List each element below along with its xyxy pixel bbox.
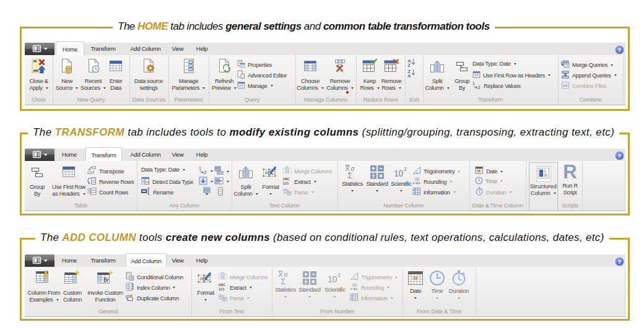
svg-text:A: A: [407, 73, 411, 77]
svg-text:Z: Z: [407, 63, 411, 67]
svg-text:2: 2: [478, 85, 481, 89]
svg-text:1: 1: [472, 81, 475, 85]
